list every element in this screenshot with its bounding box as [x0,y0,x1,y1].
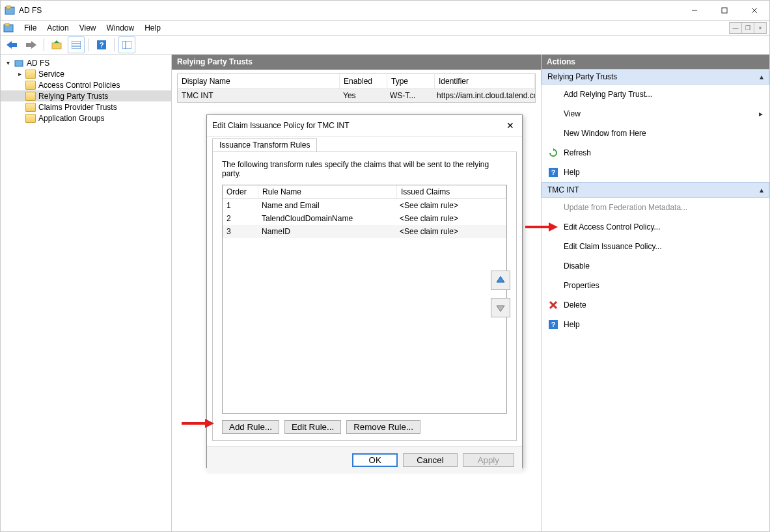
mdi-minimize[interactable]: — [729,22,742,34]
help-icon: ? [548,319,558,330]
action-new-window[interactable]: New Window from Here [542,124,769,143]
menu-action[interactable]: Action [42,22,74,34]
action-help-2[interactable]: ?Help [542,315,769,334]
folder-icon [25,81,36,90]
action-view[interactable]: View▸ [542,104,769,124]
action-label: Help [564,168,580,177]
mdi-restore[interactable]: ❐ [741,22,754,34]
toolbar-divider [44,38,44,51]
help-button[interactable]: ? [93,36,110,53]
folder-icon [25,114,36,123]
window-title: AD FS [19,6,680,15]
table-row[interactable]: TMC INT Yes WS-T... https://iam.int.clou… [178,89,535,102]
actions-section-rpt[interactable]: Relying Party Trusts ▴ [542,69,769,85]
action-add-rpt[interactable]: Add Relying Party Trust... [542,85,769,104]
app-icon [5,5,15,16]
col-display-name[interactable]: Display Name [178,74,340,88]
rule-row[interactable]: 1Name and Email<See claim rule> [223,199,506,212]
rule-row[interactable]: 3NameID<See claim rule> [223,225,506,238]
action-label: Help [564,320,580,329]
view-detail-button[interactable] [118,36,135,53]
action-help[interactable]: ?Help [542,163,769,182]
tree-item-service[interactable]: ▸ Service [1,68,171,79]
action-refresh[interactable]: Refresh [542,143,769,163]
svg-text:?: ? [100,41,104,49]
menu-help[interactable]: Help [139,22,166,34]
view-list-button[interactable] [68,36,85,53]
dialog-title: Edit Claim Issuance Policy for TMC INT [212,121,504,130]
move-up-button[interactable] [491,271,510,290]
remove-rule-button[interactable]: Remove Rule... [346,420,420,434]
tab-issuance-transform[interactable]: Issuance Transform Rules [212,138,317,152]
action-properties[interactable]: Properties [542,276,769,295]
col-rule-name[interactable]: Rule Name [258,185,397,198]
up-folder-button[interactable] [48,36,65,53]
col-order[interactable]: Order [223,185,258,198]
folder-icon [25,92,36,101]
collapse-icon[interactable]: ▴ [760,185,763,194]
action-edit-cip[interactable]: Edit Claim Issuance Policy... [542,237,769,256]
svg-rect-17 [122,41,131,49]
table-header: Display Name Enabled Type Identifier [178,74,535,89]
cancel-button[interactable]: Cancel [403,453,458,467]
edit-claim-dialog: Edit Claim Issuance Policy for TMC INT ✕… [206,114,523,468]
tree-item-label: Service [38,70,64,79]
tree-root[interactable]: ▾ AD FS [1,57,171,68]
col-identifier[interactable]: Identifier [435,74,535,88]
actions-pane: Actions Relying Party Trusts ▴ Add Relyi… [541,55,769,531]
svg-rect-12 [72,41,81,49]
svg-text:?: ? [551,321,556,328]
tree-item-cpt[interactable]: Claims Provider Trusts [1,101,171,113]
tree-pane[interactable]: ▾ AD FS ▸ Service Access Control Policie… [1,55,172,531]
tree-item-label: Relying Party Trusts [38,92,108,101]
toolbar: ? [1,36,769,55]
rule-row[interactable]: 2TalendCloudDomainName<See claim rule> [223,212,506,225]
rules-list[interactable]: Order Rule Name Issued Claims 1Name and … [222,185,507,414]
edit-rule-button[interactable]: Edit Rule... [284,420,341,434]
maximize-button[interactable] [709,1,739,20]
rule-buttons: Add Rule... Edit Rule... Remove Rule... [222,420,507,434]
collapse-icon[interactable]: ▴ [760,72,763,81]
minimize-button[interactable] [680,1,709,20]
action-delete[interactable]: Delete [542,295,769,315]
action-edit-acp[interactable]: Edit Access Control Policy... [542,217,769,237]
ok-button[interactable]: OK [352,453,398,467]
actions-section-tmc[interactable]: TMC INT ▴ [542,182,769,198]
action-update-metadata: Update from Federation Metadata... [542,198,769,217]
col-enabled[interactable]: Enabled [340,74,387,88]
tree-item-rpt[interactable]: Relying Party Trusts [1,90,171,101]
mdi-controls: — ❐ × [730,22,767,34]
tree-item-acp[interactable]: Access Control Policies [1,79,171,90]
close-button[interactable] [739,1,769,20]
apply-button: Apply [463,453,514,467]
svg-rect-19 [15,60,23,66]
section-title: TMC INT [547,185,579,194]
menu-view[interactable]: View [74,22,102,34]
dialog-footer: OK Cancel Apply [207,446,522,473]
col-type[interactable]: Type [387,74,435,88]
dialog-close-button[interactable]: ✕ [504,119,517,132]
move-down-button[interactable] [491,298,510,317]
action-label: Add Relying Party Trust... [564,90,652,99]
svg-rect-10 [52,43,61,49]
section-title: Relying Party Trusts [547,72,617,81]
svg-text:?: ? [551,168,556,176]
mdi-close[interactable]: × [754,22,767,34]
tree-item-appgroups[interactable]: Application Groups [1,113,171,124]
reorder-buttons [491,271,510,317]
action-label: View [564,109,754,118]
action-label: Disable [564,261,590,271]
menu-window[interactable]: Window [102,22,140,34]
action-label: New Window from Here [564,129,646,138]
expand-icon[interactable]: ▸ [16,70,23,77]
action-disable[interactable]: Disable [542,256,769,276]
refresh-icon [548,148,558,158]
col-issued[interactable]: Issued Claims [397,185,506,198]
tree-root-label: AD FS [27,59,49,68]
nav-forward-button[interactable] [23,36,40,53]
expand-icon[interactable]: ▾ [5,59,11,66]
nav-back-button[interactable] [3,36,20,53]
menu-file[interactable]: File [19,22,42,34]
cell-identifier: https://iam.int.cloud.talend.com [433,89,535,102]
add-rule-button[interactable]: Add Rule... [222,420,279,434]
